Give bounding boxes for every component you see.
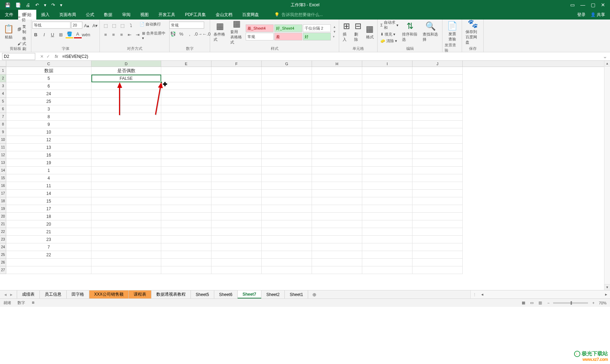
cell-C21[interactable]: 20 [6, 220, 91, 228]
cell-F13[interactable] [211, 159, 262, 167]
tab-file[interactable]: 文件 [0, 10, 18, 20]
row-header-18[interactable]: 18 [0, 197, 6, 205]
cell-F15[interactable] [211, 174, 262, 182]
cell-E7[interactable] [161, 113, 211, 121]
style-up-icon[interactable]: ▲ [332, 25, 337, 29]
view-normal-icon[interactable]: ▦ [520, 300, 527, 306]
save-baidu-button[interactable]: 🐾保存到 百度网盘 [464, 18, 481, 46]
cell-J2[interactable] [412, 75, 463, 82]
cell-G15[interactable] [262, 174, 312, 182]
row-header-24[interactable]: 24 [0, 243, 6, 251]
fx-icon[interactable]: fx [53, 54, 60, 59]
cell-D2[interactable]: FALSE [91, 75, 161, 82]
sheet-tab-员工信息[interactable]: 员工信息 [40, 290, 67, 298]
cell-J26[interactable] [412, 259, 463, 266]
style-bad-sheet4[interactable]: 差_Sheet4 [246, 24, 274, 32]
cell-G19[interactable] [262, 205, 312, 213]
cell-G21[interactable] [262, 220, 312, 228]
cell-C3[interactable]: 6 [6, 82, 91, 90]
col-header-E[interactable]: E [161, 61, 211, 67]
cell-D10[interactable] [91, 136, 161, 144]
cell-J13[interactable] [412, 159, 463, 167]
cell-C15[interactable]: 4 [6, 174, 91, 182]
cell-E27[interactable] [161, 266, 211, 274]
cell-H4[interactable] [312, 90, 362, 98]
wrap-text-button[interactable]: 📄 自动换行 [140, 22, 161, 29]
cell-I18[interactable] [362, 197, 412, 205]
add-sheet-button[interactable]: ⊕ [308, 292, 321, 297]
row-header-8[interactable]: 8 [0, 121, 6, 128]
horizontal-scrollbar[interactable]: ⋮ ◄ ► [470, 290, 610, 298]
cell-F5[interactable] [211, 98, 262, 105]
cell-I13[interactable] [362, 159, 412, 167]
cell-G26[interactable] [262, 259, 312, 266]
cell-C7[interactable]: 8 [6, 113, 91, 121]
cell-D5[interactable] [91, 98, 161, 105]
cell-C10[interactable]: 12 [6, 136, 91, 144]
table-format-button[interactable]: ▦套用 表格格式 [229, 18, 244, 46]
cell-D11[interactable] [91, 144, 161, 151]
tab-insert[interactable]: 插入 [36, 10, 54, 20]
qat-dd-icon[interactable]: ▾ [44, 2, 46, 8]
cell-H3[interactable] [312, 82, 362, 90]
row-header-1[interactable]: 1 [0, 67, 6, 75]
cell-F16[interactable] [211, 182, 262, 190]
cell-F1[interactable] [211, 67, 262, 75]
qat-dd2-icon[interactable]: ▾ [60, 2, 62, 8]
cell-E20[interactable] [161, 213, 211, 220]
tab-data[interactable]: 数据 [99, 10, 117, 20]
sheet-tab-数据透视表教程[interactable]: 数据透视表教程 [151, 290, 191, 298]
number-format-select[interactable]: 常规 [169, 22, 204, 29]
style-bad[interactable]: 差 [274, 33, 302, 40]
cell-F12[interactable] [211, 151, 262, 159]
border-icon[interactable]: ⊞ [57, 31, 65, 38]
cell-F21[interactable] [211, 220, 262, 228]
cell-C9[interactable]: 10 [6, 128, 91, 136]
underline-icon[interactable]: U [49, 31, 57, 38]
cell-D25[interactable] [91, 251, 161, 259]
cell-I11[interactable] [362, 144, 412, 151]
cell-D15[interactable] [91, 174, 161, 182]
cell-D4[interactable] [91, 90, 161, 98]
cell-C12[interactable]: 16 [6, 151, 91, 159]
style-down-icon[interactable]: ▼ [332, 30, 337, 34]
cell-H27[interactable] [312, 266, 362, 274]
tab-developer[interactable]: 开发工具 [154, 10, 180, 20]
vertical-scrollbar[interactable]: ▲ ▼ [604, 61, 610, 290]
cell-J12[interactable] [412, 151, 463, 159]
shrink-font-icon[interactable]: A▾ [91, 22, 99, 29]
cell-E21[interactable] [161, 220, 211, 228]
percent-icon[interactable]: % [178, 30, 185, 38]
zoom-slider[interactable] [553, 302, 588, 304]
invoice-button[interactable]: 📄发票 查验 [446, 20, 459, 43]
scroll-down-icon[interactable]: ▼ [604, 284, 610, 290]
cell-D27[interactable] [91, 266, 161, 274]
cell-G9[interactable] [262, 128, 312, 136]
cell-C14[interactable]: 1 [6, 167, 91, 174]
indent-inc-icon[interactable]: ⇥ [134, 31, 141, 38]
align-left-icon[interactable]: ≡ [102, 31, 109, 38]
cell-J25[interactable] [412, 251, 463, 259]
enter-icon[interactable]: ✓ [46, 54, 50, 59]
font-color-icon[interactable]: A [74, 31, 82, 38]
cell-C24[interactable]: 7 [6, 243, 91, 251]
cell-I24[interactable] [362, 243, 412, 251]
tab-prev-icon[interactable]: ◄ [3, 293, 7, 297]
hscroll-sep-icon[interactable]: ⋮ [471, 293, 478, 296]
col-header-F[interactable]: F [211, 61, 262, 67]
cell-C1[interactable]: 数据 [6, 67, 91, 75]
delete-cells-button[interactable]: ⊟删除 [353, 21, 363, 43]
cell-G5[interactable] [262, 98, 312, 105]
cell-D18[interactable] [91, 197, 161, 205]
cell-D9[interactable] [91, 128, 161, 136]
row-header-2[interactable]: 2 [0, 75, 6, 82]
cell-G24[interactable] [262, 243, 312, 251]
tab-next-icon[interactable]: ► [9, 293, 13, 297]
cell-H21[interactable] [312, 220, 362, 228]
row-header-12[interactable]: 12 [0, 151, 6, 159]
cell-H6[interactable] [312, 105, 362, 113]
italic-icon[interactable]: I [40, 31, 48, 38]
formula-input[interactable]: =ISEVEN(C2) [60, 54, 603, 59]
col-header-H[interactable]: H [312, 61, 362, 67]
align-center-icon[interactable]: ≡ [110, 31, 117, 38]
